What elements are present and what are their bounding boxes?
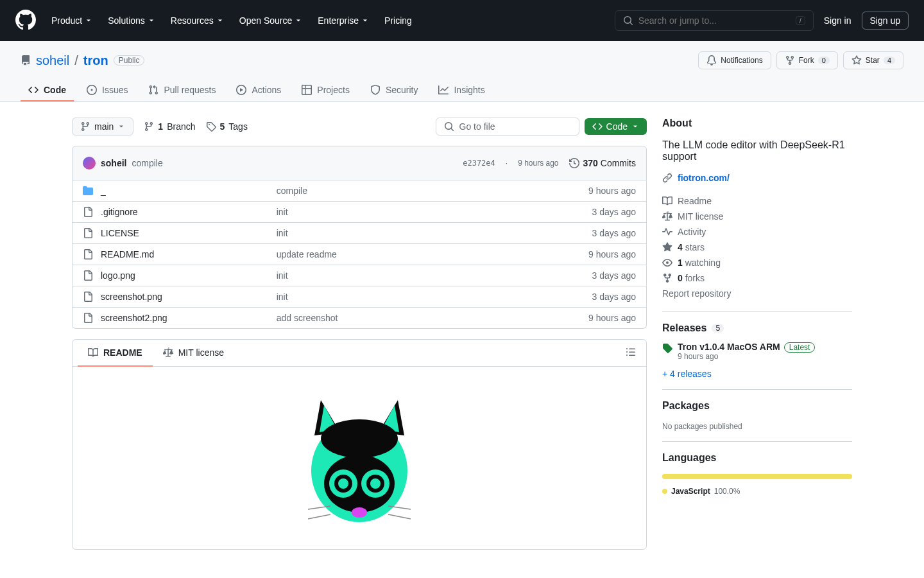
nav-pricing[interactable]: Pricing bbox=[379, 10, 417, 31]
header-nav: Product Solutions Resources Open Source … bbox=[46, 10, 417, 31]
file-row: logo.png init 3 days ago bbox=[73, 265, 646, 286]
language-dot bbox=[662, 489, 667, 494]
star-button[interactable]: Star 4 bbox=[843, 51, 903, 69]
website-link[interactable]: fiotron.com/ bbox=[678, 173, 730, 183]
svg-line-11 bbox=[308, 514, 330, 519]
search-icon bbox=[623, 15, 633, 26]
chevron-down-icon bbox=[295, 17, 302, 24]
more-releases-link[interactable]: + 4 releases bbox=[662, 369, 852, 379]
link-icon bbox=[662, 173, 672, 183]
signin-link[interactable]: Sign in bbox=[824, 15, 851, 26]
releases-heading[interactable]: Releases bbox=[662, 322, 706, 334]
logo-image bbox=[295, 387, 424, 529]
branch-icon bbox=[144, 121, 154, 132]
file-time: 9 hours ago bbox=[559, 313, 636, 323]
readme-tab[interactable]: README bbox=[78, 340, 153, 367]
avatar[interactable] bbox=[83, 157, 96, 170]
activity-link[interactable]: Activity bbox=[662, 224, 852, 240]
latest-release[interactable]: Tron v1.0.4 MacOS ARMLatest 9 hours ago bbox=[662, 342, 852, 361]
commit-message[interactable]: compile bbox=[132, 158, 162, 168]
file-name[interactable]: .gitignore bbox=[83, 207, 277, 217]
svg-line-13 bbox=[388, 514, 411, 519]
file-commit-message[interactable]: init bbox=[277, 270, 559, 281]
bell-icon bbox=[706, 55, 717, 66]
signup-button[interactable]: Sign up bbox=[862, 12, 909, 30]
file-commit-message[interactable]: init bbox=[277, 207, 559, 217]
file-name[interactable]: screenshot.png bbox=[83, 292, 277, 302]
repo-title: soheil / tron Public bbox=[21, 53, 144, 68]
nav-resources[interactable]: Resources bbox=[166, 10, 229, 31]
file-icon bbox=[83, 270, 93, 281]
file-icon bbox=[83, 313, 93, 323]
file-icon bbox=[83, 228, 93, 238]
releases-count: 5 bbox=[712, 324, 724, 333]
file-commit-message[interactable]: add screenshot bbox=[277, 313, 559, 323]
tab-code[interactable]: Code bbox=[21, 80, 74, 101]
chevron-down-icon bbox=[361, 17, 369, 24]
file-row: LICENSE init 3 days ago bbox=[73, 222, 646, 243]
file-commit-message[interactable]: compile bbox=[277, 186, 559, 196]
tab-insights[interactable]: Insights bbox=[431, 80, 492, 101]
report-link[interactable]: Report repository bbox=[662, 286, 852, 301]
watching-link[interactable]: 1 watching bbox=[662, 255, 852, 270]
file-name[interactable]: _ bbox=[83, 186, 277, 196]
tag-icon bbox=[662, 343, 672, 361]
graph-icon bbox=[438, 85, 449, 95]
code-button[interactable]: Code bbox=[585, 118, 647, 135]
file-commit-message[interactable]: update readme bbox=[277, 249, 559, 259]
tab-actions[interactable]: Actions bbox=[228, 80, 289, 101]
goto-file-input[interactable]: Go to file bbox=[436, 118, 579, 136]
play-icon bbox=[236, 85, 246, 95]
nav-enterprise[interactable]: Enterprise bbox=[312, 10, 374, 31]
languages-heading: Languages bbox=[662, 452, 852, 464]
nav-solutions[interactable]: Solutions bbox=[103, 10, 160, 31]
branch-selector[interactable]: main bbox=[72, 118, 133, 136]
file-name[interactable]: LICENSE bbox=[83, 228, 277, 238]
commits-link[interactable]: 370 Commits bbox=[569, 158, 636, 168]
global-header: Product Solutions Resources Open Source … bbox=[0, 0, 924, 41]
file-row: .gitignore init 3 days ago bbox=[73, 201, 646, 222]
file-name[interactable]: README.md bbox=[83, 249, 277, 259]
tab-issues[interactable]: Issues bbox=[79, 80, 135, 101]
file-row: screenshot.png init 3 days ago bbox=[73, 286, 646, 307]
tags-link[interactable]: 5Tags bbox=[206, 121, 248, 132]
tag-icon bbox=[206, 121, 216, 132]
language-item[interactable]: JavaScript 100.0% bbox=[662, 487, 852, 496]
license-tab[interactable]: MIT license bbox=[153, 340, 234, 367]
file-commit-message[interactable]: init bbox=[277, 292, 559, 302]
packages-heading[interactable]: Packages bbox=[662, 400, 852, 412]
owner-link[interactable]: soheil bbox=[36, 53, 69, 68]
github-logo-icon[interactable] bbox=[15, 10, 36, 32]
pulse-icon bbox=[662, 227, 672, 237]
nav-product[interactable]: Product bbox=[46, 10, 98, 31]
file-name[interactable]: screenshot2.png bbox=[83, 313, 277, 323]
tab-projects[interactable]: Projects bbox=[294, 80, 357, 101]
fork-button[interactable]: Fork 0 bbox=[776, 51, 838, 69]
readme-link[interactable]: Readme bbox=[662, 193, 852, 209]
fork-icon bbox=[662, 273, 672, 283]
search-input[interactable]: / bbox=[615, 10, 814, 31]
history-icon bbox=[569, 158, 579, 168]
nav-opensource[interactable]: Open Source bbox=[234, 10, 308, 31]
outline-button[interactable] bbox=[620, 342, 641, 364]
file-name[interactable]: logo.png bbox=[83, 270, 277, 281]
file-icon bbox=[83, 207, 93, 217]
notifications-button[interactable]: Notifications bbox=[698, 51, 771, 69]
stars-link[interactable]: 4 stars bbox=[662, 240, 852, 255]
file-commit-message[interactable]: init bbox=[277, 228, 559, 238]
file-time: 3 days ago bbox=[559, 228, 636, 238]
file-time: 3 days ago bbox=[559, 207, 636, 217]
commit-author[interactable]: soheil bbox=[101, 158, 126, 168]
repo-header: soheil / tron Public Notifications Fork … bbox=[0, 41, 924, 102]
tab-pullrequests[interactable]: Pull requests bbox=[141, 80, 223, 101]
license-link[interactable]: MIT license bbox=[662, 209, 852, 224]
star-icon bbox=[662, 242, 672, 252]
svg-point-8 bbox=[370, 478, 381, 489]
shield-icon bbox=[370, 85, 381, 95]
latest-badge: Latest bbox=[784, 342, 816, 353]
repo-link[interactable]: tron bbox=[83, 53, 108, 68]
branches-link[interactable]: 1Branch bbox=[144, 121, 195, 132]
commit-sha[interactable]: e2372e4 bbox=[463, 159, 495, 168]
forks-link[interactable]: 0 forks bbox=[662, 270, 852, 286]
tab-security[interactable]: Security bbox=[363, 80, 426, 101]
